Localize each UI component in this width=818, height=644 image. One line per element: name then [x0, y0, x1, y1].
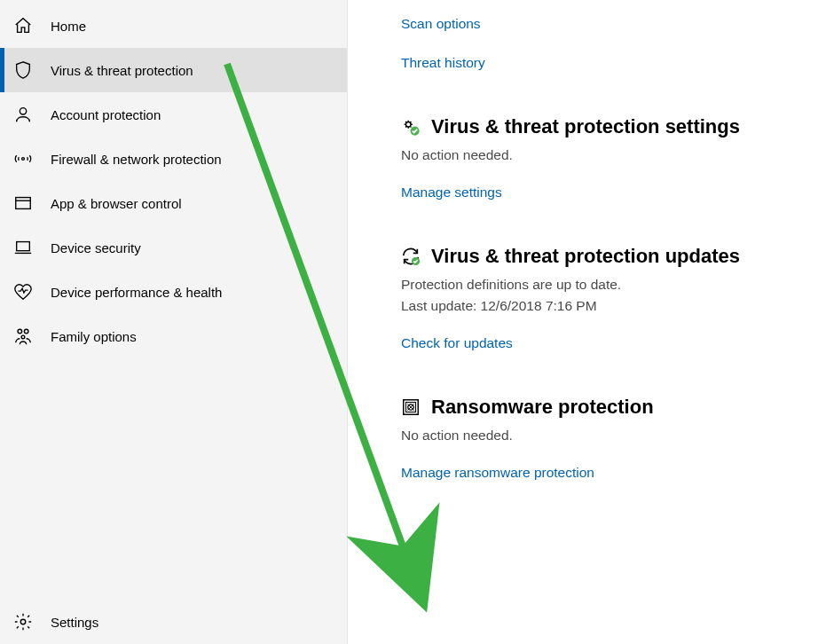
sidebar-item-firewall[interactable]: Firewall & network protection [0, 137, 347, 181]
main-content: Scan options Threat history Virus & thre… [348, 0, 818, 644]
section-protection-settings: Virus & threat protection settings No ac… [401, 115, 818, 200]
sidebar-item-label: Device security [51, 240, 141, 255]
sidebar-item-virus-threat[interactable]: Virus & threat protection [0, 48, 347, 92]
sidebar-item-account-protection[interactable]: Account protection [0, 92, 347, 137]
gear-icon [13, 612, 33, 632]
svg-point-5 [24, 329, 28, 334]
svg-rect-2 [16, 198, 31, 209]
sidebar-item-label: Account protection [51, 107, 161, 122]
gear-shield-icon [401, 117, 421, 137]
svg-point-7 [20, 619, 26, 624]
section-title: Ransomware protection [431, 396, 654, 419]
sidebar-item-label: Device performance & health [51, 285, 222, 300]
svg-point-0 [20, 108, 26, 114]
sidebar-item-label: App & browser control [51, 196, 182, 211]
svg-point-6 [21, 335, 25, 339]
person-icon [13, 105, 33, 124]
scan-options-link[interactable]: Scan options [401, 16, 818, 32]
family-icon [13, 326, 33, 346]
section-ransomware: Ransomware protection No action needed. … [401, 396, 818, 481]
section-title: Virus & threat protection settings [431, 115, 740, 138]
manage-ransomware-link[interactable]: Manage ransomware protection [401, 465, 594, 481]
sidebar-item-device-security[interactable]: Device security [0, 225, 347, 270]
svg-point-8 [406, 122, 412, 128]
manage-settings-link[interactable]: Manage settings [401, 185, 502, 200]
sidebar-item-device-performance[interactable]: Device performance & health [0, 270, 347, 314]
antenna-icon [13, 149, 33, 169]
svg-point-1 [22, 158, 25, 161]
sidebar-item-app-browser[interactable]: App & browser control [0, 181, 347, 225]
refresh-icon [401, 247, 421, 266]
sidebar-item-label: Settings [51, 615, 98, 630]
sidebar-item-home[interactable]: Home [0, 4, 347, 48]
sidebar: Home Virus & threat protection Account p… [0, 0, 348, 644]
sidebar-item-settings[interactable]: Settings [0, 600, 347, 644]
section-title: Virus & threat protection updates [431, 245, 740, 268]
check-updates-link[interactable]: Check for updates [401, 335, 513, 351]
sidebar-item-label: Family options [51, 329, 137, 344]
home-icon [13, 16, 33, 35]
section-protection-updates: Virus & threat protection updates Protec… [401, 245, 818, 351]
status-text: Protection definitions are up to date. [401, 277, 818, 293]
last-update-text: Last update: 12/6/2018 7:16 PM [401, 298, 818, 314]
status-text: No action needed. [401, 428, 818, 444]
sidebar-item-label: Virus & threat protection [51, 63, 193, 78]
heart-icon [13, 282, 33, 302]
sidebar-item-label: Home [51, 19, 86, 34]
quick-actions: Scan options Threat history [401, 16, 818, 71]
ransomware-icon [401, 397, 421, 417]
laptop-icon [13, 238, 33, 257]
svg-point-4 [18, 329, 22, 334]
shield-icon [13, 60, 33, 80]
sidebar-item-label: Firewall & network protection [51, 152, 222, 167]
window-icon [13, 193, 33, 213]
status-text: No action needed. [401, 147, 818, 163]
svg-rect-3 [17, 242, 30, 251]
threat-history-link[interactable]: Threat history [401, 55, 818, 71]
sidebar-item-family[interactable]: Family options [0, 314, 347, 358]
